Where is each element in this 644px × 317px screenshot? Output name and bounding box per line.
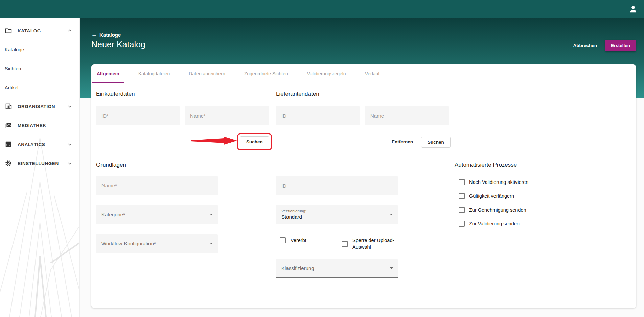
supplier-search-button[interactable]: Suchen: [421, 137, 451, 148]
sidebar-item-artikel[interactable]: Artikel: [0, 78, 79, 97]
sidebar-item-organisation[interactable]: ORGANISATION: [0, 97, 79, 116]
chevron-down-icon: [67, 142, 72, 147]
sidebar-item-label: ORGANISATION: [18, 104, 55, 109]
gear-icon: [5, 160, 12, 167]
main-content: ← Kataloge Neuer Katalog Abbrechen Erste…: [80, 18, 644, 317]
sidebar-item-mediathek[interactable]: MEDIATHEK: [0, 116, 79, 135]
chart-icon: [5, 141, 12, 148]
dropdown-caret-icon: [390, 214, 393, 215]
tab-daten-anreichern[interactable]: Daten anreichern: [184, 64, 230, 83]
supplier-id-input[interactable]: [276, 106, 360, 125]
user-avatar-icon[interactable]: [628, 4, 638, 14]
supplier-name-input[interactable]: [365, 106, 449, 125]
upload-lock-checkbox-row: Sperre der Upload-Auswahl: [342, 237, 397, 250]
tab-verlauf[interactable]: Verlauf: [360, 64, 385, 83]
automated-option-row: Gültigkeit verlängern: [459, 192, 528, 200]
sidebar-item-kataloge[interactable]: Kataloge: [0, 40, 79, 59]
automated-section-title: Automatisierte Prozesse: [455, 162, 631, 172]
catalog-name-input[interactable]: [96, 176, 218, 195]
sidebar-item-label: ANALYTICS: [18, 142, 45, 147]
supplier-section-title: Lieferantendaten: [276, 91, 449, 101]
send-for-validation-checkbox[interactable]: [459, 221, 465, 227]
supplier-remove-button[interactable]: Entfernen: [388, 137, 416, 147]
automated-option-label: Zur Genehmigung senden: [469, 207, 526, 213]
chevron-up-icon: [67, 28, 72, 33]
automated-option-label: Nach Validierung aktivieren: [469, 179, 528, 185]
inherit-checkbox-row: Vererbt: [280, 237, 306, 243]
back-arrow-icon: ←: [91, 31, 97, 38]
annotation-highlight-box: Suchen: [237, 133, 272, 150]
send-for-approval-checkbox[interactable]: [459, 207, 465, 213]
annotation-arrow-icon: [191, 136, 238, 145]
chevron-down-icon: [67, 161, 72, 166]
sidebar-subitem-label: Artikel: [5, 85, 18, 90]
automated-option-label: Zur Validierung senden: [469, 221, 520, 226]
automated-option-row: Zur Genehmigung senden: [459, 206, 528, 214]
versioning-value-wrap: Versionierung* Standard: [281, 209, 307, 220]
buyer-name-input[interactable]: [185, 106, 269, 125]
dropdown-caret-icon: [210, 243, 213, 244]
sidebar: KATALOG Kataloge Sichten Artikel ORGANIS…: [0, 18, 80, 317]
catalog-id-input[interactable]: [276, 176, 398, 195]
folder-icon: [5, 27, 12, 34]
create-button[interactable]: Erstellen: [605, 40, 636, 51]
back-link[interactable]: ← Kataloge: [91, 31, 121, 38]
header-actions: Abbrechen Erstellen: [570, 40, 636, 51]
automated-options-list: Nach Validierung aktivieren Gültigkeit v…: [459, 178, 528, 227]
upload-lock-checkbox[interactable]: [342, 241, 348, 247]
tab-katalogdateien[interactable]: Katalogdateien: [134, 64, 175, 83]
tab-allgemein[interactable]: Allgemein: [92, 64, 124, 83]
building-icon: [5, 103, 12, 110]
workflow-select[interactable]: Workflow-Konfiguration*: [96, 234, 218, 253]
automated-option-row: Zur Validierung senden: [459, 220, 528, 227]
back-link-label: Kataloge: [99, 32, 121, 38]
workflow-select-placeholder: Workflow-Konfiguration*: [101, 241, 156, 246]
sidebar-item-label: KATALOG: [18, 28, 41, 33]
image-icon: [5, 122, 12, 129]
automated-option-row: Nach Validierung aktivieren: [459, 178, 528, 186]
versioning-label: Versionierung*: [281, 209, 307, 213]
versioning-value: Standard: [281, 214, 307, 220]
dropdown-caret-icon: [390, 267, 393, 269]
sidebar-subitem-label: Kataloge: [5, 47, 24, 52]
sidebar-item-analytics[interactable]: ANALYTICS: [0, 135, 79, 154]
basics-section-title: Grundlagen: [96, 162, 449, 172]
sidebar-item-katalog[interactable]: KATALOG: [0, 21, 79, 40]
sidebar-item-sichten[interactable]: Sichten: [0, 59, 79, 78]
top-header-bar: [0, 0, 644, 18]
automated-option-label: Gültigkeit verlängern: [469, 193, 514, 199]
tab-validierungsregeln[interactable]: Validierungsregeln: [302, 64, 351, 83]
cancel-button[interactable]: Abbrechen: [570, 40, 600, 51]
tab-bar: Allgemein Katalogdateien Daten anreicher…: [91, 64, 636, 83]
sidebar-subitem-label: Sichten: [5, 66, 21, 71]
tab-zugeordnete-sichten[interactable]: Zugeordnete Sichten: [239, 64, 293, 83]
buyer-search-button[interactable]: Suchen: [240, 136, 269, 147]
dropdown-caret-icon: [210, 214, 213, 215]
upload-lock-checkbox-label: Sperre der Upload-Auswahl: [352, 237, 397, 250]
page-title: Neuer Katalog: [91, 40, 145, 49]
sidebar-nav: KATALOG Kataloge Sichten Artikel ORGANIS…: [0, 18, 79, 173]
chevron-down-icon: [67, 104, 72, 109]
classification-select[interactable]: Klassifizierung: [276, 259, 398, 278]
versioning-select[interactable]: Versionierung* Standard: [276, 205, 398, 224]
category-select-placeholder: Kategorie*: [101, 212, 125, 217]
extend-validity-checkbox[interactable]: [459, 193, 465, 199]
activate-after-validation-checkbox[interactable]: [459, 179, 465, 185]
category-select[interactable]: Kategorie*: [96, 205, 218, 224]
form-card: Allgemein Katalogdateien Daten anreicher…: [91, 64, 636, 308]
sidebar-item-einstellungen[interactable]: EINSTELLUNGEN: [0, 154, 79, 173]
inherit-checkbox-label: Vererbt: [291, 238, 306, 243]
inherit-checkbox[interactable]: [280, 237, 286, 243]
buyer-id-input[interactable]: [96, 106, 180, 125]
sidebar-item-label: EINSTELLUNGEN: [18, 161, 59, 166]
sidebar-item-label: MEDIATHEK: [18, 123, 46, 128]
buyer-section-title: Einkäuferdaten: [96, 91, 269, 101]
classification-select-placeholder: Klassifizierung: [281, 265, 314, 271]
